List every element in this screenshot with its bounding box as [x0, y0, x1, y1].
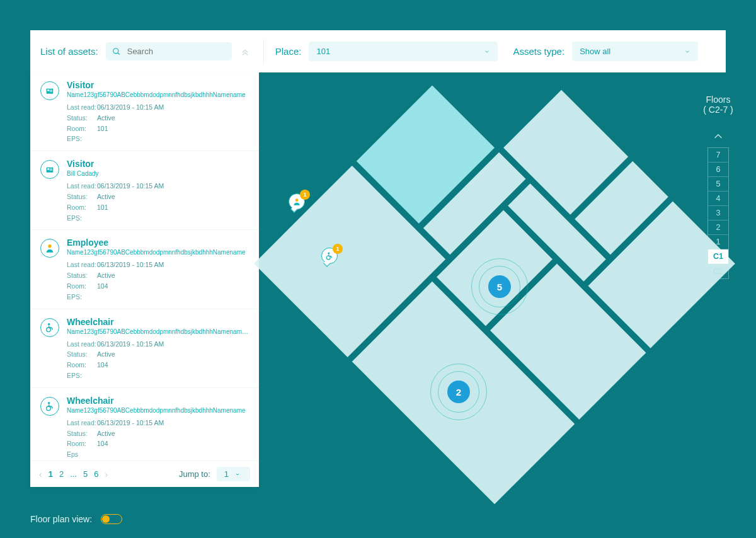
- chevron-down-icon: [684, 49, 690, 55]
- svg-point-13: [48, 402, 50, 404]
- jump-value: 1: [224, 469, 229, 479]
- floor-item[interactable]: 6: [708, 163, 728, 177]
- status-value: Active: [97, 428, 115, 439]
- page-number[interactable]: 2: [59, 469, 64, 479]
- field-label: Status:: [67, 428, 97, 439]
- chevron-double-up-icon: [240, 47, 250, 57]
- floor-item[interactable]: 4: [708, 192, 728, 206]
- jump-dropdown[interactable]: 1: [217, 467, 250, 481]
- map-cluster[interactable]: 2: [430, 363, 487, 420]
- asset-name: Name123gf56790ABCebbbmdodpmnnfhdbsjkbdhh…: [67, 91, 249, 98]
- floor-list: 7654321C1C2: [707, 147, 729, 279]
- last-read-value: 06/13/2019 - 10:15 AM: [97, 102, 164, 113]
- last-read-value: 06/13/2019 - 10:15 AM: [97, 181, 164, 192]
- floor-plan[interactable]: 1 1 5 2: [263, 72, 726, 500]
- svg-rect-9: [50, 170, 52, 171]
- floors-range: ( C2-7 ): [699, 105, 737, 115]
- floor-item[interactable]: 1: [708, 235, 728, 249]
- search-field[interactable]: [106, 42, 232, 60]
- floor-item[interactable]: 5: [708, 177, 728, 192]
- view-switch[interactable]: [101, 514, 122, 524]
- map-marker-employee[interactable]: 1: [289, 193, 306, 211]
- asset-card[interactable]: EmployeeName123gf56790ABCebbbmdodpmnnfhd…: [30, 230, 259, 309]
- svg-rect-3: [47, 89, 49, 91]
- field-label: Last read:: [67, 418, 97, 428]
- asset-type: Visitor: [67, 80, 249, 90]
- page-number[interactable]: 6: [94, 469, 98, 479]
- employee-icon: [40, 239, 59, 258]
- floor-item[interactable]: 2: [708, 220, 728, 235]
- switch-knob: [102, 515, 110, 523]
- floor-item[interactable]: C2: [708, 264, 728, 278]
- svg-rect-4: [50, 90, 52, 91]
- map-marker-wheelchair[interactable]: 1: [321, 248, 339, 265]
- asset-name: Name123gf56790ABCebbbmdodpmnnfhdbsjkbdhh…: [67, 407, 249, 414]
- page-number[interactable]: 5: [83, 469, 88, 479]
- asset-card[interactable]: WheelchairName123gf56790ABCebbbmdodpmnnf…: [30, 388, 259, 461]
- map-cluster[interactable]: 5: [471, 258, 528, 315]
- asset-list-panel: VisitorName123gf56790ABCebbbmdodpmnnfhdb…: [30, 72, 259, 487]
- chevron-up-icon: [713, 134, 723, 140]
- field-label: EPS:: [67, 292, 97, 302]
- asset-name: Name123gf56790ABCebbbmdodpmnnfhdbsjkbdhh…: [67, 249, 249, 256]
- asset-card[interactable]: VisitorBill CadadyLast read:06/13/2019 -…: [30, 151, 259, 230]
- list-label: List of assets:: [40, 46, 98, 57]
- floor-plan-view-label: Floor plan view:: [30, 514, 92, 524]
- floor-item[interactable]: 7: [708, 148, 728, 163]
- field-label: Room:: [67, 281, 97, 292]
- field-label: Last read:: [67, 181, 97, 192]
- cluster-count: 2: [447, 381, 470, 403]
- svg-point-12: [47, 328, 51, 332]
- status-value: Active: [97, 113, 115, 123]
- field-label: EPS:: [67, 370, 97, 381]
- page-next[interactable]: ›: [105, 469, 108, 479]
- field-label: Status:: [67, 113, 97, 123]
- assets-type-dropdown[interactable]: Show all: [572, 42, 698, 61]
- asset-type: Wheelchair: [67, 396, 249, 406]
- asset-card[interactable]: WheelchairName123gf56790ABCebbbmdodpmnnf…: [30, 309, 259, 388]
- last-read-value: 06/13/2019 - 10:15 AM: [97, 339, 164, 350]
- person-icon: [292, 197, 301, 206]
- wheelchair-icon: [325, 251, 334, 260]
- page-prev[interactable]: ‹: [39, 469, 42, 479]
- marker-badge: 1: [333, 244, 343, 254]
- jump-label: Jump to:: [179, 469, 210, 479]
- field-label: Last read:: [67, 339, 97, 350]
- floors-scroll-up[interactable]: [699, 131, 737, 142]
- field-label: EPS:: [67, 134, 97, 144]
- field-label: Last read:: [67, 102, 97, 113]
- page-number[interactable]: 1: [49, 469, 53, 479]
- wheelchair-icon: [40, 397, 59, 416]
- svg-line-1: [117, 52, 119, 54]
- floor-item[interactable]: C1: [708, 249, 728, 264]
- floor-plan-view-toggle: Floor plan view:: [30, 514, 122, 524]
- assets-type-value: Show all: [580, 47, 610, 56]
- collapse-panel-button[interactable]: [238, 45, 252, 59]
- floor-item[interactable]: 3: [708, 206, 728, 220]
- room-value: 101: [97, 202, 108, 213]
- field-label: Eps: [67, 449, 97, 460]
- room-value: 101: [97, 123, 108, 134]
- svg-point-16: [295, 198, 299, 202]
- field-label: Room:: [67, 202, 97, 213]
- place-value: 101: [316, 47, 330, 56]
- status-value: Active: [97, 192, 115, 202]
- marker-badge: 1: [300, 190, 310, 200]
- divider: [263, 39, 264, 64]
- svg-point-0: [113, 48, 118, 53]
- asset-card[interactable]: VisitorName123gf56790ABCebbbmdodpmnnfhdb…: [30, 72, 259, 151]
- field-label: EPS:: [67, 213, 97, 224]
- cluster-count: 5: [488, 275, 511, 298]
- search-input[interactable]: [126, 46, 226, 57]
- last-read-value: 06/13/2019 - 10:15 AM: [97, 260, 164, 270]
- status-value: Active: [97, 270, 115, 281]
- asset-name: Bill Cadady: [67, 170, 249, 177]
- field-label: Status:: [67, 349, 97, 360]
- asset-list[interactable]: VisitorName123gf56790ABCebbbmdodpmnnfhdb…: [30, 72, 259, 461]
- place-label: Place:: [275, 46, 302, 57]
- svg-rect-7: [47, 168, 49, 170]
- room-value: 104: [97, 281, 108, 292]
- visitor-icon: [40, 160, 59, 179]
- jump-to: Jump to: 1: [179, 467, 250, 481]
- asset-type: Wheelchair: [67, 317, 249, 327]
